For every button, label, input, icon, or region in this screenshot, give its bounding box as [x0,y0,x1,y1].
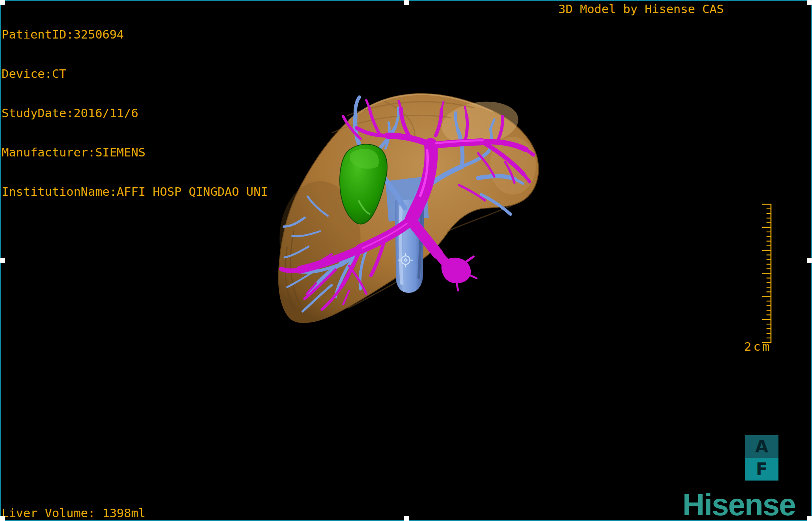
resize-handle-bottom-left[interactable] [0,516,5,521]
brand-logo-text: Hisense [682,490,812,519]
orientation-widget[interactable]: A F [745,435,778,481]
study-date-line: StudyDate:2016/11/6 [2,106,268,119]
application-window: PatientID:3250694 Device:CT StudyDate:20… [0,0,812,521]
resize-handle-top-center[interactable] [404,0,409,5]
resize-handle-middle-left[interactable] [0,258,5,263]
manufacturer-line: Manufacturer:SIEMENS [2,146,268,159]
liver-3d-model [270,89,548,339]
institution-line: InstitutionName:AFFI HOSP QINGDAO UNI [2,185,268,198]
orientation-letter-anterior: A [745,435,778,458]
resize-handle-top-right[interactable] [807,0,812,5]
model-credit-text: 3D Model by Hisense CAS [558,2,724,15]
patient-info-overlay: PatientID:3250694 Device:CT StudyDate:20… [2,2,268,224]
scale-ruler-label: 2cm [744,340,772,353]
resize-handle-middle-right[interactable] [807,258,812,263]
resize-handle-bottom-center[interactable] [404,516,409,521]
viewport-3d[interactable] [270,89,548,339]
scale-ruler [760,203,772,344]
device-line: Device:CT [2,67,268,80]
resize-handle-top-left[interactable] [0,0,5,5]
brand-logo: Hisense [682,490,812,519]
orientation-letter-foot: F [745,458,778,481]
liver-volume-text: Liver Volume: 1398ml [2,506,145,519]
resize-handle-bottom-right[interactable] [807,516,812,521]
patient-id-line: PatientID:3250694 [2,28,268,41]
